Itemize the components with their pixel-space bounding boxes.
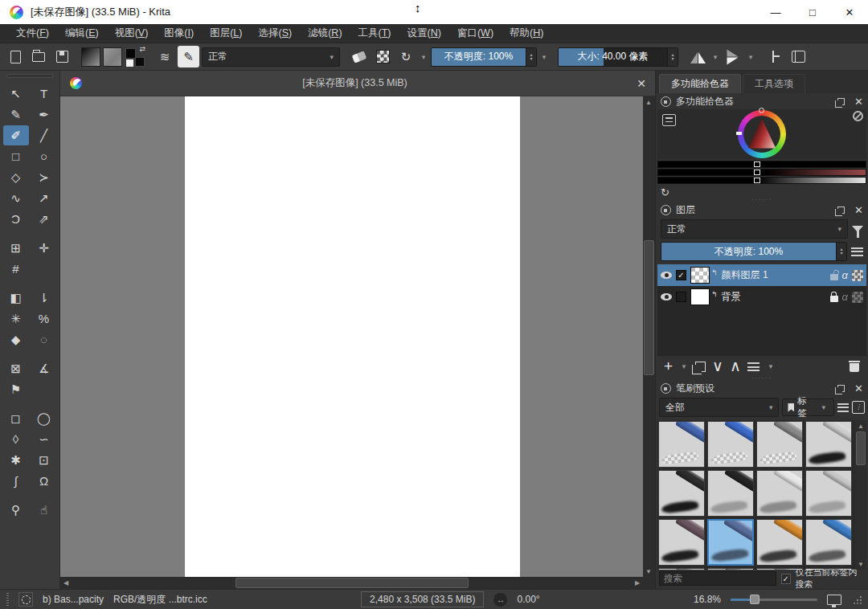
resource-storage-icon[interactable]: ⋮ <box>852 401 865 414</box>
tool-smart-patch[interactable]: ✳ <box>3 309 29 329</box>
tool-dynamic-brush[interactable]: Ɔ <box>3 209 29 229</box>
brush-preset-preset-15[interactable] <box>756 568 803 570</box>
layer-options-menu-icon[interactable] <box>851 247 863 256</box>
layer-checkbox[interactable]: ✓ <box>676 270 686 280</box>
canvas-viewport[interactable] <box>60 96 643 577</box>
menu-item-edit[interactable]: 编辑(E) <box>57 25 107 42</box>
canvas-only-mode-icon[interactable] <box>827 595 841 605</box>
brush-size-slider[interactable]: 大小: 40.00 像素 ▴▾ <box>558 47 678 67</box>
docker-lock-icon[interactable] <box>661 383 671 394</box>
menu-item-view[interactable]: 视图(V) <box>107 25 157 42</box>
document-subwindow-titlebar[interactable]: [未保存图像] (33.5 MiB) ✕ <box>60 71 655 96</box>
tool-gradient[interactable]: ◧ <box>3 288 29 308</box>
move-layer-down-button[interactable]: ∨ <box>712 359 723 374</box>
brush-preset-fine-pen[interactable] <box>756 470 803 517</box>
layer-name[interactable]: 背景 <box>722 290 826 304</box>
brush-preset-detail-brush[interactable] <box>756 519 803 566</box>
tool-rect-select[interactable]: ◻ <box>3 408 29 428</box>
shade-bar-3[interactable] <box>657 177 866 184</box>
color-wheel[interactable] <box>738 110 786 158</box>
pattern-chooser-button[interactable] <box>103 47 122 67</box>
close-docker-icon[interactable]: ✕ <box>854 204 863 216</box>
delete-layer-button[interactable] <box>849 361 860 372</box>
open-document-button[interactable] <box>28 47 49 67</box>
opacity-dropdown-arrow[interactable]: ▾ <box>539 53 549 61</box>
brush-preset-pencil-blue[interactable] <box>805 519 852 566</box>
close-docker-icon[interactable]: ✕ <box>854 382 863 394</box>
tool-contiguous-select[interactable]: ✱ <box>3 450 29 470</box>
color-profile-label[interactable]: RGB/透明度 ...btrc.icc <box>113 593 207 607</box>
tool-freehand-path[interactable]: ↗ <box>31 188 57 208</box>
brush-preset-preset-14[interactable] <box>707 568 754 570</box>
new-document-button[interactable] <box>5 47 26 67</box>
tool-pan[interactable]: ☝ <box>31 500 57 520</box>
canvas-rotation-icon[interactable]: ↔ <box>493 593 507 607</box>
preserve-alpha-button[interactable] <box>372 47 393 67</box>
layer-checkbox[interactable] <box>676 292 686 302</box>
mirror-vertical-button[interactable] <box>723 47 743 67</box>
layer-opacity-spin-buttons[interactable]: ▴▾ <box>836 243 846 260</box>
search-current-tag-checkbox[interactable]: ✓ <box>781 574 791 584</box>
tool-reference-images[interactable]: ⚑ <box>3 379 29 399</box>
preset-display-menu-icon[interactable] <box>837 403 850 412</box>
brush-preset-paintbrush-dark[interactable] <box>658 519 705 566</box>
tool-polygon-select[interactable]: ◊ <box>3 429 29 449</box>
tool-color-sampler[interactable]: ⇂ <box>31 288 57 308</box>
brush-preset-pencil-soft[interactable] <box>707 470 754 517</box>
inherit-alpha-icon[interactable] <box>852 270 863 281</box>
reload-dropdown-arrow[interactable]: ▾ <box>419 53 428 61</box>
layer-properties-dropdown-arrow[interactable]: ▾ <box>766 362 776 370</box>
toolbox-drag-handle[interactable] <box>0 71 59 80</box>
add-layer-button[interactable]: + <box>664 359 673 374</box>
zoom-slider[interactable] <box>731 594 817 605</box>
gradient-chooser-button[interactable] <box>81 47 100 67</box>
layer-filter-icon[interactable] <box>852 226 863 232</box>
shade-bar-2[interactable] <box>657 169 866 176</box>
layer-unlocked-icon[interactable] <box>830 274 838 280</box>
shade-marker[interactable] <box>754 178 760 183</box>
brush-preset-wet-brush[interactable] <box>707 519 754 566</box>
brush-preset-sketch-pen[interactable] <box>805 470 852 517</box>
shade-bar-1[interactable] <box>657 161 866 168</box>
move-layer-up-button[interactable]: ∧ <box>730 359 741 374</box>
brush-preset-preset-13[interactable] <box>658 568 705 570</box>
preset-search-input[interactable] <box>659 571 776 586</box>
tool-ellipse-select[interactable]: ◯ <box>31 408 57 428</box>
tool-enclose-fill[interactable]: ◌ <box>31 329 57 349</box>
brush-preview-button[interactable] <box>18 592 33 607</box>
layer-blending-mode-combobox[interactable]: 正常 ▾ <box>661 219 848 239</box>
zoom-slider-knob[interactable] <box>750 595 760 604</box>
layer-locked-icon[interactable] <box>830 296 838 302</box>
tab-advanced-color-selector[interactable]: 多功能拾色器 <box>659 74 741 93</box>
tool-bezier-select[interactable]: ∫ <box>3 471 29 491</box>
menu-item-tools[interactable]: 工具(T) <box>350 25 399 42</box>
preset-scroll-thumb[interactable] <box>856 431 866 465</box>
float-docker-icon[interactable] <box>837 385 845 392</box>
mirror-horizontal-dropdown-arrow[interactable]: ▾ <box>710 53 720 61</box>
vertical-scroll-thumb[interactable] <box>644 240 654 374</box>
canvas-rotation-value[interactable]: 0.00° <box>517 594 539 605</box>
layer-thumbnail[interactable] <box>690 267 710 284</box>
blending-mode-combobox[interactable]: 正常 ▾ <box>202 47 340 67</box>
brush-size-spin-buttons[interactable]: ▴▾ <box>667 48 678 66</box>
refresh-shades-icon[interactable]: ↻ <box>661 186 669 198</box>
document-close-button[interactable]: ✕ <box>628 77 655 90</box>
workspace-chooser-button[interactable] <box>788 47 809 67</box>
brush-preset-eraser-blob[interactable] <box>756 421 803 468</box>
menu-item-help[interactable]: 帮助(H) <box>502 25 551 42</box>
tool-multibrush[interactable]: ⇗ <box>31 209 57 229</box>
layer-name[interactable]: 颜料图层 1 <box>722 268 826 282</box>
tool-polyline[interactable]: ≻ <box>31 167 57 187</box>
scroll-up-arrow[interactable]: ▲ <box>643 96 654 108</box>
zoom-percentage[interactable]: 16.8% <box>694 594 721 605</box>
eraser-mode-button[interactable] <box>349 47 370 67</box>
current-brush-name[interactable]: b) Bas...pacity <box>43 594 104 605</box>
docker-lock-icon[interactable] <box>661 96 671 107</box>
close-docker-icon[interactable]: ✕ <box>854 96 863 108</box>
preset-scrollbar[interactable]: ▲ ▼ <box>855 420 866 570</box>
tool-edit-shapes[interactable]: ✎ <box>3 104 29 125</box>
tab-tool-options[interactable]: 工具选项 <box>743 74 805 93</box>
brush-preset-marker-black[interactable] <box>658 470 705 517</box>
float-docker-icon[interactable] <box>837 98 845 105</box>
shade-marker[interactable] <box>754 170 760 175</box>
